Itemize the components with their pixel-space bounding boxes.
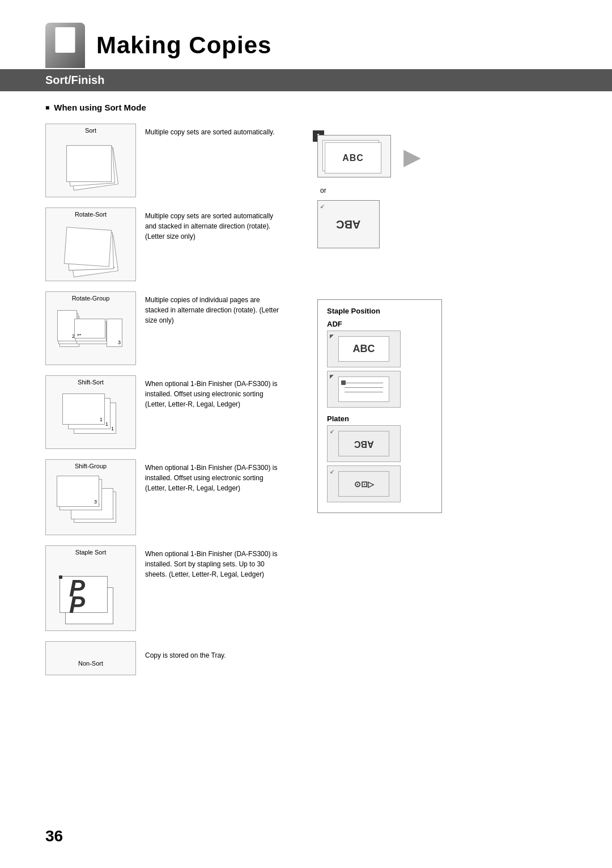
content-area: When using Sort Mode Sort 1 — [0, 91, 612, 697]
page-number: 36 — [45, 827, 63, 845]
list-item: Sort 1 Multiple copy sets are sorted aut… — [45, 124, 295, 197]
mode-box-shift-group: Shift-Group 1 2 3 — [45, 459, 136, 535]
platen-label: Platen — [327, 414, 432, 423]
mode-label-rotate-group: Rotate-Group — [72, 295, 110, 302]
list-item: Staple Sort P P When optional 1-Bin Fini… — [45, 545, 295, 631]
adf-tray-2: ◤ — [327, 371, 401, 408]
adf-label: ADF — [327, 320, 432, 328]
mode-desc-staple-sort: When optional 1-Bin Finisher (DA-FS300) … — [145, 545, 281, 579]
adf-tray-text-1: ABC — [353, 343, 375, 355]
mode-desc-shift-sort: When optional 1-Bin Finisher (DA-FS300) … — [145, 375, 281, 409]
mode-label-shift-sort: Shift-Sort — [78, 379, 104, 386]
output-tray-rotated: ↙ ABC — [317, 200, 380, 248]
mode-label-shift-group: Shift-Group — [75, 463, 107, 469]
mode-desc-rotate-group: Multiple copies of individual pages are … — [145, 291, 281, 325]
list-item: Shift-Sort 1 1 1 When optional 1-Bin Fin… — [45, 375, 295, 449]
mode-label-non-sort: Non-Sort — [78, 660, 103, 667]
mode-desc-sort: Multiple copy sets are sorted automatica… — [145, 124, 275, 137]
mode-desc-non-sort: Copy is stored on the Tray. — [145, 641, 226, 660]
staple-position-box: Staple Position ADF ◤ ABC ◤ — [317, 299, 442, 513]
platen-tray-2: ↙ ⊙⊡▷ — [327, 465, 401, 502]
mode-box-rotate-sort: Rotate-Sort 1 — [45, 208, 136, 281]
section-bar: Sort/Finish — [0, 69, 612, 91]
platen-tray-1: ↙ ABC — [327, 425, 401, 462]
rotate-sort-illustration: 1 — [60, 226, 122, 277]
mode-box-non-sort: Non-Sort — [45, 641, 136, 675]
mode-box-staple-sort: Staple Sort P P — [45, 545, 136, 631]
list-item: Non-Sort Copy is stored on the Tray. — [45, 641, 295, 675]
staple-position-title: Staple Position — [327, 307, 432, 315]
mode-label-sort: Sort — [85, 127, 96, 134]
arrow-right-icon: ▶ — [403, 143, 421, 170]
mode-label-rotate-sort: Rotate-Sort — [75, 211, 107, 218]
mode-desc-rotate-sort: Multiple copy sets are sorted automatica… — [145, 208, 281, 242]
or-text: or — [320, 187, 326, 194]
section-heading: When using Sort Mode — [45, 103, 567, 112]
sort-illustration: 1 — [60, 142, 122, 193]
header-icon — [45, 23, 85, 68]
mode-box-sort: Sort 1 — [45, 124, 136, 197]
mode-label-staple-sort: Staple Sort — [75, 549, 106, 556]
mode-box-rotate-group: Rotate-Group 2 1 3 — [45, 291, 136, 365]
output-tray-top: ABC — [317, 135, 391, 177]
mode-desc-shift-group: When optional 1-Bin Finisher (DA-FS300) … — [145, 459, 281, 493]
header-section: Making Copies — [0, 0, 612, 68]
page-title: Making Copies — [96, 32, 271, 59]
left-column: Sort 1 Multiple copy sets are sorted aut… — [45, 124, 295, 685]
staple-corner-icon: ◤ — [330, 333, 334, 339]
list-item: Shift-Group 1 2 3 When optional 1-Bin Fi… — [45, 459, 295, 535]
main-columns: Sort 1 Multiple copy sets are sorted aut… — [45, 124, 567, 685]
list-item: Rotate-Group 2 1 3 Multiple copies o — [45, 291, 295, 365]
right-column: 1 ABC ▶ or ↙ ABC — [317, 124, 567, 685]
list-item: Rotate-Sort 1 Multiple copy sets are sor… — [45, 208, 295, 281]
paper — [66, 145, 112, 182]
staple-corner-2-icon: ◤ — [330, 374, 334, 379]
adf-tray-1: ◤ ABC — [327, 331, 401, 367]
paper — [64, 227, 112, 266]
mode-box-shift-sort: Shift-Sort 1 1 1 — [45, 375, 136, 449]
page-wrapper: Making Copies Sort/Finish When using Sor… — [0, 0, 612, 868]
section-bar-label: Sort/Finish — [45, 74, 104, 86]
